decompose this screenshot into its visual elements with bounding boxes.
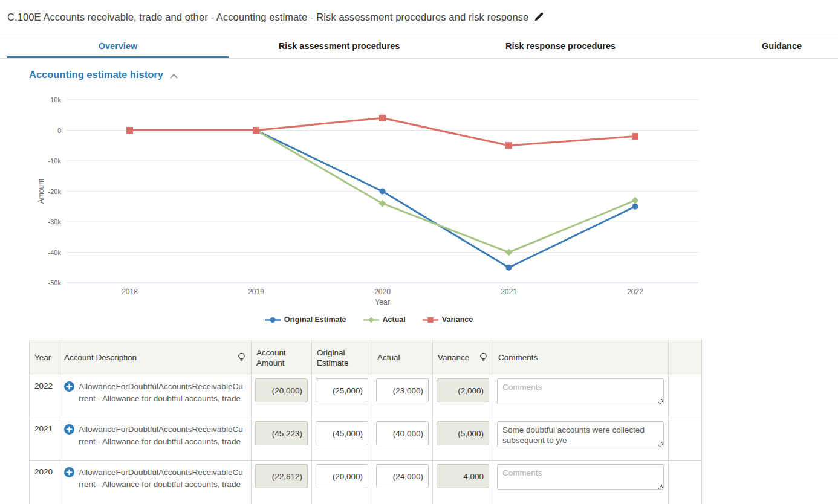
header-account-description-label: Account Description [64, 352, 137, 363]
year-cell: 2022 [30, 375, 59, 418]
account-description-cell: AllowanceForDoubtfulAccountsReceivableCu… [59, 418, 252, 461]
data-point-square [505, 142, 512, 149]
comments-textarea[interactable] [497, 464, 664, 490]
data-point-diamond [505, 249, 513, 256]
y-tick-label: -50k [48, 279, 62, 286]
data-point-square [126, 127, 133, 134]
variance-input [437, 378, 489, 402]
year-cell: 2021 [30, 418, 59, 461]
header-original-estimate-label: Original Estimate [317, 347, 367, 368]
x-tick-label: 2019 [248, 288, 264, 296]
data-point-diamond [632, 197, 639, 204]
account-description-cell: AllowanceForDoubtfulAccountsReceivableCu… [59, 461, 252, 504]
tab-overview[interactable]: Overview [7, 35, 229, 58]
original-estimate-cell [312, 418, 372, 461]
header-year-label: Year [34, 352, 51, 363]
x-axis-title: Year [375, 298, 389, 306]
legend-label: Variance [442, 315, 473, 324]
year-value: 2022 [34, 381, 53, 390]
actual-input[interactable] [376, 464, 429, 488]
header-spacer [669, 340, 701, 375]
actual-input[interactable] [376, 421, 429, 445]
legend-marker-icon [265, 316, 281, 324]
header-original-estimate: Original Estimate [312, 340, 372, 375]
comments-cell [493, 461, 669, 504]
account-amount-cell [252, 375, 312, 418]
actual-cell [372, 418, 433, 461]
header-comments-label: Comments [498, 352, 538, 363]
legend-item-original-estimate[interactable]: Original Estimate [265, 315, 346, 324]
header-actual: Actual [372, 340, 433, 375]
header-variance-label: Variance [438, 352, 469, 363]
actual-input[interactable] [376, 378, 429, 402]
variance-guidance-button[interactable] [479, 352, 488, 363]
series-line [130, 118, 635, 145]
legend-marker-icon [363, 316, 379, 324]
tab-risk-assessment-procedures[interactable]: Risk assessment procedures [229, 35, 450, 58]
variance-cell [433, 461, 493, 504]
header-variance: Variance [433, 340, 493, 375]
account-amount-input [255, 378, 308, 402]
title-bar: C.100E Accounts receivable, trade and ot… [0, 0, 838, 34]
expand-account-button[interactable] [64, 424, 74, 435]
account-description: AllowanceForDoubtfulAccountsReceivableCu… [79, 381, 245, 405]
y-tick-label: 0 [57, 127, 61, 134]
edit-title-button[interactable] [533, 11, 544, 22]
comments-cell [493, 375, 669, 418]
account-description-cell: AllowanceForDoubtfulAccountsReceivableCu… [59, 375, 252, 418]
table-row: 2020 AllowanceForDoubtfulAccountsReceiva… [30, 461, 701, 504]
y-axis-title: Amount [37, 178, 45, 204]
x-tick-label: 2022 [627, 288, 643, 296]
account-amount-cell [252, 461, 312, 504]
expand-account-button[interactable] [64, 381, 74, 392]
data-point-circle [380, 189, 386, 195]
tab-bar: Overview Risk assessment procedures Risk… [0, 35, 838, 59]
variance-cell [433, 375, 493, 418]
original-estimate-cell [312, 375, 372, 418]
data-point-square [632, 133, 638, 140]
table-header-row: Year Account Description Account Amount … [30, 340, 701, 375]
chart-legend: Original EstimateActualVariance [36, 314, 701, 326]
lightbulb-icon [237, 352, 246, 363]
accounting-estimate-chart: 10k0-10k-20k-30k-40k-50k2018201920202021… [36, 92, 701, 309]
legend-item-variance[interactable]: Variance [423, 315, 473, 324]
original-estimate-input[interactable] [316, 378, 368, 402]
series-line [256, 131, 635, 268]
legend-label: Actual [383, 315, 406, 324]
row-spacer-cell [669, 418, 701, 461]
pencil-icon [533, 11, 544, 22]
collapse-section-button[interactable] [169, 71, 178, 79]
year-value: 2021 [34, 424, 53, 433]
plus-circle-icon [64, 381, 74, 392]
original-estimate-input[interactable] [316, 464, 368, 488]
x-tick-label: 2021 [501, 288, 517, 296]
tab-risk-response-procedures[interactable]: Risk response procedures [450, 35, 671, 58]
y-tick-label: -20k [48, 188, 62, 195]
year-cell: 2020 [30, 461, 59, 504]
legend-item-actual[interactable]: Actual [363, 315, 406, 324]
account-amount-cell [252, 418, 312, 461]
account-description-guidance-button[interactable] [237, 352, 246, 363]
y-tick-label: -30k [48, 218, 62, 225]
plus-circle-icon [64, 424, 74, 435]
line-chart: 10k0-10k-20k-30k-40k-50k2018201920202021… [36, 92, 701, 309]
section-header: Accounting estimate history [29, 69, 178, 80]
page-title: C.100E Accounts receivable, trade and ot… [7, 11, 528, 23]
expand-account-button[interactable] [64, 467, 74, 477]
table-body: 2022 AllowanceForDoubtfulAccountsReceiva… [30, 375, 701, 504]
header-actual-label: Actual [377, 352, 400, 363]
data-point-square [379, 115, 386, 121]
comments-textarea[interactable]: Some doubtful accounts were collected su… [497, 421, 664, 447]
account-amount-input [255, 464, 308, 488]
actual-cell [372, 375, 433, 418]
tab-guidance[interactable]: Guidance [671, 35, 838, 58]
y-tick-label: -40k [48, 249, 62, 256]
table-row: 2021 AllowanceForDoubtfulAccountsReceiva… [30, 418, 701, 461]
row-spacer-cell [669, 461, 701, 504]
comments-textarea[interactable] [497, 378, 664, 404]
plus-circle-icon [64, 467, 74, 477]
workpaper-screen: C.100E Accounts receivable, trade and ot… [0, 0, 838, 504]
original-estimate-input[interactable] [316, 421, 368, 445]
tab-guidance-label: Guidance [762, 41, 802, 51]
actual-cell [372, 461, 433, 504]
